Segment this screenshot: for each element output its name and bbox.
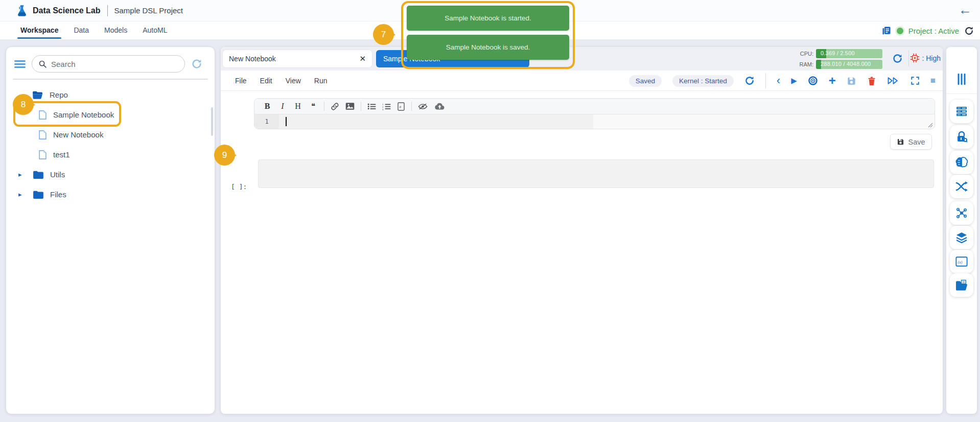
tab-automl[interactable]: AutoML [142,22,168,39]
heading-icon[interactable]: H [293,102,302,111]
notebook-tabstrip: New Notebook ✕ Sample Notebook CPU: 0.36… [221,47,943,71]
project-status-label: Project : Active [908,27,959,35]
right-tool-rail: (x) [946,47,977,414]
kernel-settings-icon[interactable] [808,76,818,86]
markdown-input-line[interactable] [279,114,593,129]
save-notebook-icon[interactable] [847,76,856,86]
image-icon[interactable] [345,102,355,110]
tab-data[interactable]: Data [73,22,90,39]
save-button[interactable]: Save [890,134,932,150]
folder-icon [33,190,44,199]
search-box[interactable] [32,55,185,73]
brain-icon [955,156,968,169]
menu-edit[interactable]: Edit [260,77,272,85]
layers-button[interactable] [950,226,973,249]
tree-item-label: Utils [50,170,65,179]
columns-toggle-icon[interactable] [958,74,966,85]
shuffle-button[interactable] [950,175,973,198]
tree-refresh-icon[interactable] [191,58,202,69]
sidebar-divider [13,79,208,80]
priority-label: : High [922,54,941,62]
datasets-button[interactable] [950,100,973,123]
bold-icon[interactable]: B [263,102,272,111]
back-arrow-icon[interactable]: ← [959,3,972,16]
search-input[interactable] [51,60,169,68]
italic-icon[interactable]: I [278,102,287,111]
tree-item-utils[interactable]: ▸ Utils [6,165,215,184]
file-browser-button[interactable] [950,273,973,297]
tab-models[interactable]: Models [103,22,128,39]
app-title: Data Science Lab [33,6,101,15]
run-cell-icon[interactable]: ▶ [791,76,797,85]
fullscreen-icon[interactable] [911,76,920,85]
ml-models-button[interactable] [950,151,973,174]
close-icon[interactable]: ✕ [359,54,366,63]
annotation-marker-9: 9 [214,145,235,166]
tab-workspace[interactable]: Workspace [19,22,59,39]
ram-label: RAM: [795,61,813,67]
project-refresh-icon[interactable] [964,26,974,36]
ram-usage-bar: 288.010 / 4048.000 [816,60,882,69]
notebook-tab-new-notebook[interactable]: New Notebook ✕ [223,50,372,67]
text-cursor [286,117,287,126]
bullet-list-icon[interactable] [367,103,376,110]
markdown-cell-editor: B I H ❝ 123 [254,98,935,129]
annotation-marker-8: 8 [13,94,34,115]
notes-icon[interactable] [881,26,892,36]
open-folder-doc-icon [955,279,968,291]
cell-prompt: [ ]: [231,183,247,191]
link-icon[interactable] [331,102,339,111]
cpu-usage-value: 0.369 / 2.500 [821,50,855,56]
tree-item-test1[interactable]: test1 [6,145,215,165]
toast-notebook-started: Sample Notebook is started. [407,6,569,31]
data-server-icon [955,105,968,118]
search-icon [38,60,47,68]
svg-text:1: 1 [382,103,384,105]
expand-arrow-icon[interactable]: ▸ [18,191,27,198]
run-all-icon[interactable] [887,76,900,85]
tree-item-label: New Notebook [53,130,103,139]
variables-button[interactable]: (x) [950,250,973,273]
network-graph-icon [955,207,968,219]
file-icon [38,130,47,140]
stop-kernel-icon[interactable]: ■ [930,76,936,86]
folder-open-icon [32,90,43,100]
annotation-marker-7: 7 [373,24,394,45]
priority-indicator: : High [910,53,941,63]
menubar-divider [765,73,766,88]
chevron-left-icon[interactable]: ‹ [777,74,780,87]
saved-badge: Saved [629,75,662,87]
resources-refresh-icon[interactable] [892,53,903,64]
markdown-edit-area[interactable]: 1 [254,114,935,129]
credentials-button[interactable] [950,125,973,149]
delete-cell-icon[interactable] [867,76,876,86]
numbered-list-icon[interactable]: 123 [382,103,391,110]
kernel-refresh-icon[interactable] [744,76,755,86]
tree-item-files[interactable]: ▸ Files [6,184,215,204]
menu-run[interactable]: Run [314,77,328,85]
cpu-chip-icon [910,53,920,63]
markdown-toolbar: B I H ❝ 123 [254,99,935,114]
empty-code-cell[interactable] [258,159,934,188]
save-floppy-icon [897,138,904,146]
toast-notebook-saved: Sample Notebook is saved. [407,35,569,60]
menu-file[interactable]: File [235,77,247,85]
menu-view[interactable]: View [286,77,301,85]
quote-icon[interactable]: ❝ [309,102,318,111]
lock-key-icon [955,131,968,143]
code-block-icon[interactable]: ϕ [397,102,405,111]
save-button-label: Save [908,138,925,146]
add-cell-icon[interactable]: + [829,74,836,88]
kernel-status-badge: Kernel : Started [672,75,734,87]
notebook-tab-label: New Notebook [229,55,276,63]
hamburger-menu-icon[interactable] [14,59,26,69]
upload-cloud-icon[interactable] [434,102,446,110]
tree-item-new-notebook[interactable]: New Notebook [6,125,215,145]
resize-handle[interactable] [928,123,933,128]
expand-arrow-icon[interactable]: ▸ [18,171,27,178]
svg-text:ϕ: ϕ [399,105,401,109]
sidebar-scrollbar[interactable] [211,107,213,136]
tree-item-label: test1 [53,150,70,159]
pipeline-graph-button[interactable] [950,201,973,225]
preview-eye-slash-icon[interactable] [418,103,428,110]
